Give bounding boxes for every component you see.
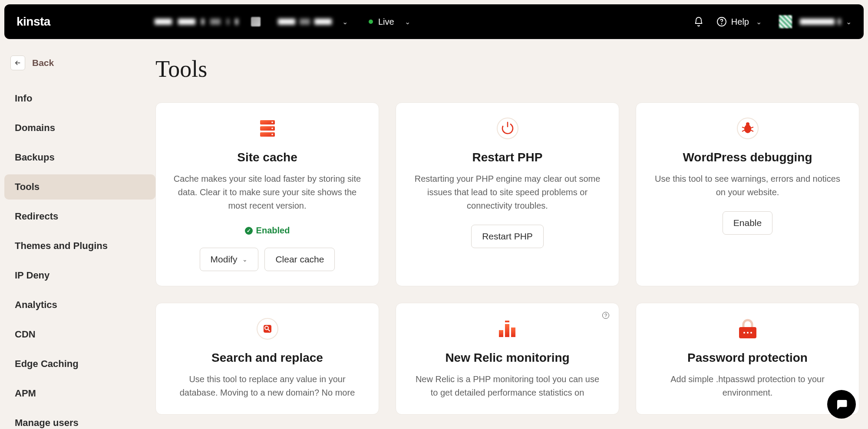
card-title: WordPress debugging [683,151,812,164]
sidebar-item-manage-users[interactable]: Manage users [4,410,155,429]
arrow-left-icon [14,59,22,67]
topbar: kinsta ⌄ Live ⌄ [4,4,864,39]
sidebar-item-cdn[interactable]: CDN [4,322,155,347]
svg-point-7 [271,134,273,135]
tool-card-site-cache: Site cacheCache makes your site load fas… [155,102,379,286]
svg-rect-25 [505,321,509,322]
card-description: Use this tool to replace any value in yo… [172,373,363,400]
svg-point-8 [497,118,518,139]
search-replace-icon [256,316,279,341]
chevron-down-icon[interactable]: ⌄ [342,18,348,26]
help-circle-icon [716,16,727,27]
chevron-down-icon: ⌄ [756,18,762,26]
restart-php-button[interactable]: Restart PHP [471,225,544,248]
svg-rect-23 [505,324,509,337]
sidebar-item-ip-deny[interactable]: IP Deny [4,263,155,288]
svg-line-17 [751,130,753,131]
card-actions: Restart PHP [471,225,544,248]
tool-card-restart-php: Restart PHPRestarting your PHP engine ma… [396,102,619,286]
back-label: Back [32,58,54,68]
sidebar-item-edge-caching[interactable]: Edge Caching [4,351,155,377]
sidebar-item-themes-and-plugins[interactable]: Themes and Plugins [4,233,155,259]
chat-launcher[interactable] [827,390,856,419]
card-description: New Relic is a PHP monitoring tool you c… [412,373,603,400]
sidebar-item-info[interactable]: Info [4,86,155,111]
tool-card-wordpress-debugging: WordPress debuggingUse this tool to see … [636,102,859,286]
card-description: Restarting your PHP engine may clear out… [412,172,603,213]
chevron-down-icon: ⌄ [405,18,410,26]
svg-point-6 [271,128,273,129]
sidebar-item-domains[interactable]: Domains [4,115,155,141]
environment-label: Live [378,17,394,27]
cache-icon [257,116,278,141]
status-dot-icon [369,20,373,24]
svg-rect-22 [499,330,503,337]
tool-card-search-and-replace: Search and replaceUse this tool to repla… [155,303,379,415]
svg-point-28 [747,332,749,334]
logo: kinsta [17,15,50,29]
clear-cache-button[interactable]: Clear cache [264,248,335,271]
svg-point-13 [746,122,749,126]
breadcrumb[interactable] [155,19,238,25]
tool-card-password-protection: Password protectionAdd simple .htpasswd … [636,303,859,415]
card-title: Restart PHP [472,151,543,164]
card-title: Password protection [687,351,808,365]
sidebar-item-analytics[interactable]: Analytics [4,292,155,318]
notifications-button[interactable] [692,15,705,28]
status-badge: ✓Enabled [245,226,290,236]
bell-icon [693,16,704,27]
sidebar-item-tools[interactable]: Tools [4,174,155,200]
app-icon [251,17,261,26]
svg-line-14 [742,127,745,128]
card-title: Site cache [237,151,297,164]
card-actions: Enable [723,211,772,235]
card-description: Use this tool to see warnings, errors an… [652,172,843,199]
card-actions: Modify⌄Clear cache [200,248,335,271]
chevron-down-icon: ⌄ [242,256,248,263]
sidebar-item-backups[interactable]: Backups [4,145,155,170]
cards-grid: Site cacheCache makes your site load fas… [155,102,859,415]
svg-line-16 [742,130,745,131]
svg-point-1 [721,24,722,24]
svg-point-27 [743,332,745,334]
modify-button[interactable]: Modify⌄ [200,248,259,271]
svg-line-15 [751,127,753,128]
svg-point-29 [750,332,752,334]
monitoring-icon [495,316,520,341]
enable-button[interactable]: Enable [723,211,772,235]
tool-card-new-relic-monitoring: ?New Relic monitoringNew Relic is a PHP … [396,303,619,415]
info-icon[interactable]: ? [602,312,609,319]
svg-point-5 [271,121,273,123]
user-menu[interactable] [800,19,841,25]
card-description: Cache makes your site load faster by sto… [172,172,363,213]
sidebar: Back InfoDomainsBackupsToolsRedirectsThe… [4,56,155,429]
sidebar-item-apm[interactable]: APM [4,381,155,406]
avatar [779,15,792,28]
back-button[interactable] [10,56,25,70]
site-selector[interactable] [278,19,332,25]
card-description: Add simple .htpasswd protection to your … [652,373,843,400]
lock-icon [735,316,761,341]
check-icon: ✓ [245,227,253,235]
environment-selector[interactable]: Live ⌄ [369,17,410,27]
chat-icon [835,398,848,411]
card-title: New Relic monitoring [445,351,569,365]
sidebar-item-redirects[interactable]: Redirects [4,204,155,229]
help-label: Help [731,17,749,27]
bug-icon [736,116,759,141]
restart-icon [496,116,519,141]
chevron-down-icon[interactable]: ⌄ [846,18,851,26]
page-title: Tools [155,56,859,82]
svg-rect-24 [511,327,515,337]
help-menu[interactable]: Help ⌄ [716,16,762,27]
card-title: Search and replace [211,351,323,365]
